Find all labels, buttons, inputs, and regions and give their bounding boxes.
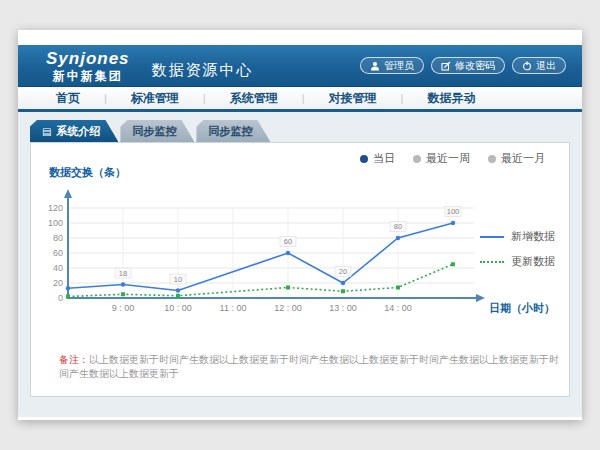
header-button-label: 管理员 bbox=[384, 59, 414, 73]
x-axis-title: 日期（小时） bbox=[489, 301, 555, 316]
legend-line-sample bbox=[480, 236, 504, 238]
svg-text:100: 100 bbox=[447, 207, 460, 216]
radio-dot bbox=[413, 155, 421, 163]
radio-dot bbox=[488, 155, 496, 163]
svg-text:10: 10 bbox=[174, 275, 182, 284]
header-actions: 管理员修改密码退出 bbox=[360, 57, 566, 74]
svg-text:11 : 00: 11 : 00 bbox=[220, 303, 247, 313]
y-axis-title: 数据交换（条） bbox=[49, 165, 126, 180]
document-icon: ▤ bbox=[42, 126, 51, 137]
svg-text:10 : 00: 10 : 00 bbox=[164, 303, 192, 313]
tab-1[interactable]: 同步监控 bbox=[120, 120, 194, 142]
footnote-text: 以上数据更新于时间产生数据以上数据更新于时间产生数据以上数据更新于时间产生数据以… bbox=[59, 354, 559, 379]
svg-text:80: 80 bbox=[53, 233, 63, 243]
radio-dot bbox=[360, 155, 368, 163]
line-chart: 0204060801001209 : 0010 : 0011 : 0012 : … bbox=[37, 181, 497, 321]
header-button-label: 修改密码 bbox=[455, 59, 495, 73]
tab-label: 同步监控 bbox=[132, 125, 176, 137]
svg-text:20: 20 bbox=[339, 267, 347, 276]
legend-label: 新增数据 bbox=[511, 229, 555, 244]
header-button-2[interactable]: 退出 bbox=[512, 57, 566, 74]
radio-label: 最近一月 bbox=[501, 151, 545, 166]
header-button-1[interactable]: 修改密码 bbox=[431, 57, 505, 74]
svg-text:12 : 00: 12 : 00 bbox=[274, 303, 302, 313]
header-button-label: 退出 bbox=[536, 59, 556, 73]
tab-bar: ▤系统介绍同步监控同步监控 bbox=[30, 120, 582, 142]
window-top-strip bbox=[18, 30, 582, 45]
radio-label: 当日 bbox=[373, 151, 395, 166]
range-filter-1[interactable]: 最近一周 bbox=[413, 151, 470, 166]
tab-label: 系统介绍 bbox=[56, 125, 100, 137]
footnote-label: 备注： bbox=[59, 354, 89, 365]
svg-text:120: 120 bbox=[48, 203, 63, 213]
header-button-0[interactable]: 管理员 bbox=[360, 57, 424, 74]
range-filter-0[interactable]: 当日 bbox=[360, 151, 395, 166]
radio-label: 最近一周 bbox=[426, 151, 470, 166]
svg-text:100: 100 bbox=[48, 218, 63, 228]
svg-text:0: 0 bbox=[58, 293, 63, 303]
svg-text:80: 80 bbox=[394, 222, 402, 231]
svg-text:13 : 00: 13 : 00 bbox=[329, 303, 357, 313]
logout-icon bbox=[522, 61, 532, 71]
main-nav: 首页|标准管理|系统管理|对接管理|数据异动 bbox=[18, 87, 582, 112]
nav-item-2[interactable]: 系统管理 bbox=[206, 90, 302, 107]
legend-line-sample bbox=[480, 261, 504, 263]
chart-card: 当日最近一周最近一月 数据交换（条） 0204060801001209 : 00… bbox=[30, 142, 570, 397]
svg-text:20: 20 bbox=[53, 278, 63, 288]
tab-0[interactable]: ▤系统介绍 bbox=[30, 120, 118, 142]
nav-item-1[interactable]: 标准管理 bbox=[107, 90, 203, 107]
brand-name: Synjones bbox=[46, 50, 130, 67]
page-title: 数据资源中心 bbox=[152, 61, 254, 80]
svg-text:18: 18 bbox=[119, 269, 127, 278]
app-window: Synjones 新中新集团 数据资源中心 管理员修改密码退出 首页|标准管理|… bbox=[18, 30, 582, 420]
footnote: 备注：以上数据更新于时间产生数据以上数据更新于时间产生数据以上数据更新于时间产生… bbox=[59, 353, 559, 381]
edit-icon bbox=[441, 61, 451, 71]
range-filter-group: 当日最近一周最近一月 bbox=[360, 151, 545, 166]
legend-label: 更新数据 bbox=[511, 254, 555, 269]
brand-logo: Synjones 新中新集团 bbox=[46, 50, 130, 82]
svg-text:60: 60 bbox=[53, 248, 63, 258]
user-icon bbox=[370, 61, 380, 71]
tab-label: 同步监控 bbox=[208, 125, 252, 137]
brand-subtitle: 新中新集团 bbox=[46, 70, 130, 82]
svg-text:9 : 00: 9 : 00 bbox=[112, 303, 135, 313]
chart-legend: 新增数据更新数据 bbox=[480, 229, 555, 269]
header-bar: Synjones 新中新集团 数据资源中心 管理员修改密码退出 bbox=[18, 45, 582, 87]
nav-item-0[interactable]: 首页 bbox=[32, 90, 104, 107]
svg-text:14 : 00: 14 : 00 bbox=[384, 303, 412, 313]
legend-item-1: 更新数据 bbox=[480, 254, 555, 269]
legend-item-0: 新增数据 bbox=[480, 229, 555, 244]
nav-item-3[interactable]: 对接管理 bbox=[305, 90, 401, 107]
svg-text:60: 60 bbox=[284, 237, 292, 246]
svg-text:40: 40 bbox=[53, 263, 63, 273]
content-area: ▤系统介绍同步监控同步监控 当日最近一周最近一月 数据交换（条） 0204060… bbox=[18, 112, 582, 417]
range-filter-2[interactable]: 最近一月 bbox=[488, 151, 545, 166]
tab-2[interactable]: 同步监控 bbox=[196, 120, 270, 142]
nav-item-4[interactable]: 数据异动 bbox=[403, 90, 499, 107]
